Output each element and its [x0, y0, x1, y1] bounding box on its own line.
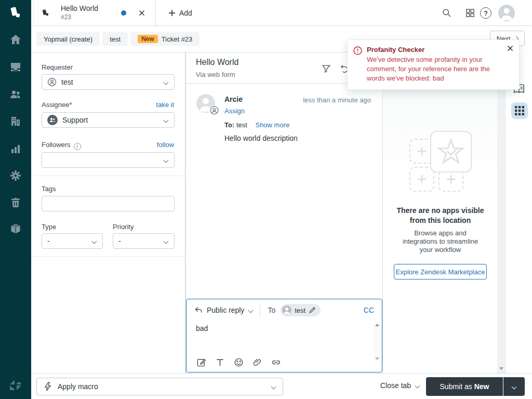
followers-select[interactable]: [42, 152, 175, 168]
info-icon[interactable]: i: [74, 143, 81, 150]
ticket-tab[interactable]: Hello World #23: [33, 0, 156, 25]
ticket-tab-text: Hello World #23: [61, 4, 98, 21]
help-icon[interactable]: ?: [480, 7, 491, 19]
chevron-down-icon: [164, 158, 169, 163]
scroll-down-arrow[interactable]: [499, 367, 503, 370]
ticket-tab-icon: [41, 8, 50, 18]
chevron-down-icon: [512, 384, 517, 389]
panel-divider: [31, 256, 185, 257]
reporting-icon[interactable]: [9, 142, 22, 155]
page-scrollbar[interactable]: [497, 52, 506, 373]
top-bar: Hello World #23 Add ?: [31, 0, 532, 26]
requester-value: test: [61, 78, 73, 86]
breadcrumb-label: Yopmail (create): [44, 35, 92, 43]
reply-type-select[interactable]: Public reply: [207, 306, 252, 314]
breadcrumb-item-ticket[interactable]: New Ticket #23: [130, 32, 200, 46]
breadcrumb-label: Ticket #23: [162, 35, 193, 43]
submit-button-group: Submit as New: [426, 377, 525, 396]
close-tab-control[interactable]: Close tab: [380, 381, 419, 390]
apps-cube-icon[interactable]: [9, 222, 22, 235]
profanity-checker-alert: Profanity Checker We've detective some p…: [347, 39, 520, 90]
chevron-down-icon: [164, 118, 169, 123]
type-label: Type: [42, 223, 56, 231]
submit-as-new-button[interactable]: Submit as New: [426, 377, 503, 396]
compose-note-icon[interactable]: [196, 357, 206, 367]
text-format-icon[interactable]: [215, 357, 225, 367]
customers-icon[interactable]: [9, 88, 22, 100]
views-icon[interactable]: [9, 61, 22, 73]
followers-label-text: Followers: [42, 141, 71, 149]
chevron-down-icon: [164, 239, 169, 244]
submit-options-caret[interactable]: [503, 377, 525, 396]
type-select[interactable]: -: [42, 233, 103, 249]
placeholder-app-slot: [409, 167, 434, 192]
reply-arrow-icon: [194, 306, 203, 314]
close-icon[interactable]: [507, 45, 514, 52]
tags-input[interactable]: [42, 196, 175, 211]
apps-rail-button[interactable]: [511, 102, 528, 119]
context-rail: [506, 52, 532, 373]
end-user-badge-icon: [210, 106, 219, 115]
priority-select[interactable]: -: [113, 233, 175, 249]
status-badge: New: [138, 35, 158, 43]
explore-marketplace-button[interactable]: Explore Zendesk Marketplace: [394, 264, 487, 280]
unsaved-changes-dot: [121, 10, 126, 16]
emoji-icon[interactable]: [234, 357, 244, 367]
cc-link[interactable]: CC: [364, 306, 374, 314]
breadcrumb-item-requester[interactable]: test: [102, 32, 128, 46]
add-tab-button[interactable]: Add: [164, 6, 196, 20]
apply-macro-select[interactable]: Apply macro: [36, 378, 283, 395]
tags-label: Tags: [42, 185, 56, 193]
ticket-subject: Hello World: [196, 58, 238, 67]
help-glyph: ?: [484, 9, 488, 17]
composer-header: Public reply To test CC: [187, 299, 382, 321]
apply-macro-label: Apply macro: [58, 382, 98, 391]
zendesk-logo-icon: [7, 5, 24, 22]
composer-scrollbar[interactable]: [374, 322, 380, 362]
scroll-down-arrow[interactable]: [375, 357, 379, 360]
divider: [260, 304, 260, 316]
message-author: Arcie: [224, 95, 243, 103]
requester-select[interactable]: test: [42, 74, 175, 90]
composer-draft-text[interactable]: bad: [196, 324, 208, 332]
show-more-link[interactable]: Show more: [255, 121, 289, 129]
alert-message: We've detective some profanity in your c…: [367, 55, 499, 83]
scroll-up-arrow[interactable]: [375, 324, 379, 326]
assignee-select[interactable]: Support: [42, 112, 175, 128]
edit-recipient-pencil-icon[interactable]: [309, 307, 316, 314]
filter-conversation-icon[interactable]: [322, 64, 331, 73]
chevron-down-icon: [164, 80, 169, 85]
reply-type-label: Public reply: [207, 306, 244, 314]
submit-status: New: [474, 382, 489, 391]
organizations-icon[interactable]: [9, 115, 22, 127]
breadcrumb-label: test: [110, 35, 121, 43]
follow-link[interactable]: follow: [157, 141, 174, 149]
home-icon[interactable]: [9, 33, 22, 46]
user-avatar[interactable]: [498, 5, 515, 21]
recipient-pill[interactable]: test: [281, 304, 321, 316]
close-tab-icon[interactable]: [138, 9, 146, 17]
close-tab-label: Close tab: [380, 381, 411, 390]
footer-bar: Apply macro Close tab Submit as New: [31, 373, 532, 399]
admin-gear-icon[interactable]: [9, 169, 22, 182]
ticket-channel: Via web form: [196, 71, 235, 78]
chevron-down-icon: [92, 239, 97, 244]
products-grid-icon[interactable]: [465, 8, 475, 18]
search-icon[interactable]: [442, 8, 452, 18]
take-it-link[interactable]: take it: [156, 101, 174, 109]
breadcrumb-item-brand[interactable]: Yopmail (create): [36, 32, 100, 46]
assign-link[interactable]: Assign: [224, 107, 245, 115]
assignee-label: Assignee*: [42, 101, 72, 109]
link-icon[interactable]: [271, 357, 281, 367]
deleted-tickets-icon[interactable]: [9, 196, 22, 209]
reply-composer: Public reply To test CC bad: [186, 299, 382, 373]
attachment-paperclip-icon[interactable]: [252, 357, 262, 367]
macro-lightning-icon: [44, 382, 51, 391]
apps-empty-subtext: Browse apps and integrations to streamli…: [399, 229, 482, 254]
apps-panel: There are no apps visible from this loca…: [383, 52, 497, 373]
to-label: To:: [224, 121, 234, 129]
error-icon: [353, 46, 362, 55]
ticket-tab-number: #23: [61, 14, 98, 21]
group-icon: [47, 115, 58, 125]
chevron-down-icon: [271, 384, 276, 389]
